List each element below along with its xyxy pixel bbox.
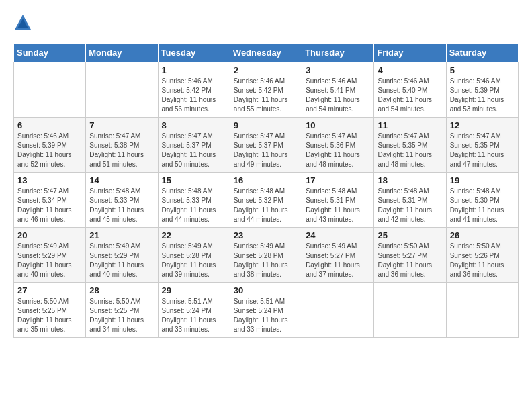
- day-number: 13: [17, 175, 82, 185]
- day-info: Sunrise: 5:49 AM Sunset: 5:28 PM Dayligh…: [162, 242, 226, 279]
- day-number: 7: [89, 120, 154, 130]
- calendar-cell: 2Sunrise: 5:46 AM Sunset: 5:42 PM Daylig…: [230, 62, 302, 118]
- day-number: 17: [306, 175, 370, 185]
- calendar-cell: 16Sunrise: 5:48 AM Sunset: 5:32 PM Dayli…: [230, 173, 302, 228]
- calendar-cell: 14Sunrise: 5:48 AM Sunset: 5:33 PM Dayli…: [86, 173, 158, 228]
- day-info: Sunrise: 5:47 AM Sunset: 5:34 PM Dayligh…: [17, 187, 82, 224]
- calendar-cell: 29Sunrise: 5:51 AM Sunset: 5:24 PM Dayli…: [158, 283, 230, 338]
- day-info: Sunrise: 5:46 AM Sunset: 5:42 PM Dayligh…: [162, 77, 226, 114]
- calendar-cell: 15Sunrise: 5:48 AM Sunset: 5:33 PM Dayli…: [158, 173, 230, 228]
- day-of-week-header: Saturday: [446, 44, 518, 62]
- day-number: 19: [450, 175, 515, 185]
- day-number: 28: [89, 285, 154, 295]
- calendar-header-row: SundayMondayTuesdayWednesdayThursdayFrid…: [14, 44, 519, 62]
- day-info: Sunrise: 5:51 AM Sunset: 5:24 PM Dayligh…: [234, 297, 298, 334]
- calendar-cell: 10Sunrise: 5:47 AM Sunset: 5:36 PM Dayli…: [302, 118, 374, 173]
- calendar-cell: 1Sunrise: 5:46 AM Sunset: 5:42 PM Daylig…: [158, 62, 230, 118]
- day-info: Sunrise: 5:50 AM Sunset: 5:25 PM Dayligh…: [17, 297, 82, 334]
- day-of-week-header: Monday: [86, 44, 158, 62]
- calendar-cell: 8Sunrise: 5:47 AM Sunset: 5:37 PM Daylig…: [158, 118, 230, 173]
- calendar-week-row: 27Sunrise: 5:50 AM Sunset: 5:25 PM Dayli…: [14, 283, 519, 338]
- day-number: 16: [234, 175, 298, 185]
- calendar-week-row: 13Sunrise: 5:47 AM Sunset: 5:34 PM Dayli…: [14, 173, 519, 228]
- day-number: 14: [89, 175, 154, 185]
- day-number: 21: [89, 230, 154, 240]
- calendar-cell: 5Sunrise: 5:46 AM Sunset: 5:39 PM Daylig…: [446, 62, 518, 118]
- day-of-week-header: Tuesday: [158, 44, 230, 62]
- calendar-cell: 11Sunrise: 5:47 AM Sunset: 5:35 PM Dayli…: [374, 118, 446, 173]
- day-info: Sunrise: 5:48 AM Sunset: 5:30 PM Dayligh…: [450, 187, 515, 224]
- day-number: 9: [234, 120, 298, 130]
- day-number: 11: [378, 120, 442, 130]
- day-number: 22: [162, 230, 226, 240]
- day-info: Sunrise: 5:46 AM Sunset: 5:39 PM Dayligh…: [17, 132, 82, 169]
- calendar-cell: 7Sunrise: 5:47 AM Sunset: 5:38 PM Daylig…: [86, 118, 158, 173]
- calendar-cell: 25Sunrise: 5:50 AM Sunset: 5:27 PM Dayli…: [374, 228, 446, 283]
- calendar-table: SundayMondayTuesdayWednesdayThursdayFrid…: [13, 43, 519, 338]
- day-number: 3: [306, 65, 370, 75]
- day-number: 4: [378, 65, 442, 75]
- day-info: Sunrise: 5:48 AM Sunset: 5:33 PM Dayligh…: [89, 187, 154, 224]
- calendar-cell: 30Sunrise: 5:51 AM Sunset: 5:24 PM Dayli…: [230, 283, 302, 338]
- day-info: Sunrise: 5:46 AM Sunset: 5:40 PM Dayligh…: [378, 77, 442, 114]
- day-number: 8: [162, 120, 226, 130]
- day-of-week-header: Sunday: [14, 44, 86, 62]
- calendar-cell: 26Sunrise: 5:50 AM Sunset: 5:26 PM Dayli…: [446, 228, 518, 283]
- calendar-week-row: 1Sunrise: 5:46 AM Sunset: 5:42 PM Daylig…: [14, 62, 519, 118]
- page-header: [13, 13, 519, 32]
- day-number: 1: [162, 65, 226, 75]
- day-number: 12: [450, 120, 515, 130]
- day-info: Sunrise: 5:47 AM Sunset: 5:36 PM Dayligh…: [306, 132, 370, 169]
- calendar-cell: 23Sunrise: 5:49 AM Sunset: 5:28 PM Dayli…: [230, 228, 302, 283]
- calendar-cell: 12Sunrise: 5:47 AM Sunset: 5:35 PM Dayli…: [446, 118, 518, 173]
- day-info: Sunrise: 5:48 AM Sunset: 5:32 PM Dayligh…: [234, 187, 298, 224]
- calendar-cell: 28Sunrise: 5:50 AM Sunset: 5:25 PM Dayli…: [86, 283, 158, 338]
- calendar-cell: 24Sunrise: 5:49 AM Sunset: 5:27 PM Dayli…: [302, 228, 374, 283]
- day-info: Sunrise: 5:47 AM Sunset: 5:35 PM Dayligh…: [378, 132, 442, 169]
- calendar-cell: 20Sunrise: 5:49 AM Sunset: 5:29 PM Dayli…: [14, 228, 86, 283]
- day-number: 5: [450, 65, 515, 75]
- calendar-week-row: 6Sunrise: 5:46 AM Sunset: 5:39 PM Daylig…: [14, 118, 519, 173]
- day-number: 25: [378, 230, 442, 240]
- calendar-cell: 18Sunrise: 5:48 AM Sunset: 5:31 PM Dayli…: [374, 173, 446, 228]
- day-number: 20: [17, 230, 82, 240]
- calendar-cell: 4Sunrise: 5:46 AM Sunset: 5:40 PM Daylig…: [374, 62, 446, 118]
- calendar-week-row: 20Sunrise: 5:49 AM Sunset: 5:29 PM Dayli…: [14, 228, 519, 283]
- day-of-week-header: Friday: [374, 44, 446, 62]
- day-number: 29: [162, 285, 226, 295]
- day-info: Sunrise: 5:51 AM Sunset: 5:24 PM Dayligh…: [162, 297, 226, 334]
- calendar-cell: 27Sunrise: 5:50 AM Sunset: 5:25 PM Dayli…: [14, 283, 86, 338]
- day-info: Sunrise: 5:50 AM Sunset: 5:25 PM Dayligh…: [89, 297, 154, 334]
- calendar-cell: 3Sunrise: 5:46 AM Sunset: 5:41 PM Daylig…: [302, 62, 374, 118]
- day-info: Sunrise: 5:48 AM Sunset: 5:31 PM Dayligh…: [378, 187, 442, 224]
- calendar-cell: 13Sunrise: 5:47 AM Sunset: 5:34 PM Dayli…: [14, 173, 86, 228]
- day-info: Sunrise: 5:50 AM Sunset: 5:27 PM Dayligh…: [378, 242, 442, 279]
- day-info: Sunrise: 5:49 AM Sunset: 5:29 PM Dayligh…: [17, 242, 82, 279]
- day-of-week-header: Thursday: [302, 44, 374, 62]
- logo-icon: [13, 13, 32, 32]
- day-info: Sunrise: 5:46 AM Sunset: 5:39 PM Dayligh…: [450, 77, 515, 114]
- day-number: 2: [234, 65, 298, 75]
- day-number: 26: [450, 230, 515, 240]
- day-info: Sunrise: 5:50 AM Sunset: 5:26 PM Dayligh…: [450, 242, 515, 279]
- calendar-cell: 19Sunrise: 5:48 AM Sunset: 5:30 PM Dayli…: [446, 173, 518, 228]
- day-number: 18: [378, 175, 442, 185]
- logo: [13, 13, 35, 32]
- day-number: 27: [17, 285, 82, 295]
- day-number: 24: [306, 230, 370, 240]
- day-info: Sunrise: 5:46 AM Sunset: 5:41 PM Dayligh…: [306, 77, 370, 114]
- calendar-cell: 17Sunrise: 5:48 AM Sunset: 5:31 PM Dayli…: [302, 173, 374, 228]
- calendar-cell: [14, 62, 86, 118]
- day-number: 30: [234, 285, 298, 295]
- calendar-cell: [86, 62, 158, 118]
- day-info: Sunrise: 5:47 AM Sunset: 5:38 PM Dayligh…: [89, 132, 154, 169]
- calendar-cell: [446, 283, 518, 338]
- calendar-cell: 21Sunrise: 5:49 AM Sunset: 5:29 PM Dayli…: [86, 228, 158, 283]
- calendar-cell: 6Sunrise: 5:46 AM Sunset: 5:39 PM Daylig…: [14, 118, 86, 173]
- day-number: 10: [306, 120, 370, 130]
- calendar-cell: 22Sunrise: 5:49 AM Sunset: 5:28 PM Dayli…: [158, 228, 230, 283]
- day-info: Sunrise: 5:48 AM Sunset: 5:31 PM Dayligh…: [306, 187, 370, 224]
- day-info: Sunrise: 5:47 AM Sunset: 5:37 PM Dayligh…: [234, 132, 298, 169]
- calendar-cell: [374, 283, 446, 338]
- day-info: Sunrise: 5:49 AM Sunset: 5:28 PM Dayligh…: [234, 242, 298, 279]
